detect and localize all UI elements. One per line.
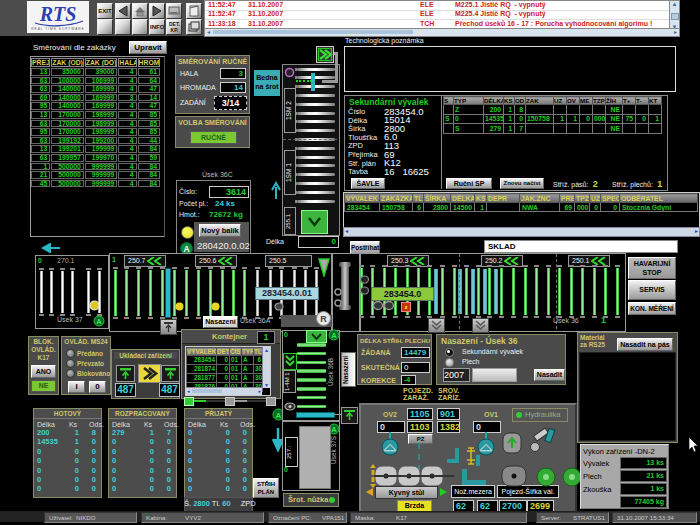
svg-text:R: R [320,314,327,324]
svg-text:A: A [276,411,282,420]
svg-text:A: A [96,317,102,326]
svg-text:REAL TIME SOFTWARE: REAL TIME SOFTWARE [31,27,84,31]
svg-text:A: A [331,331,337,340]
svg-text:RTS: RTS [39,3,77,25]
